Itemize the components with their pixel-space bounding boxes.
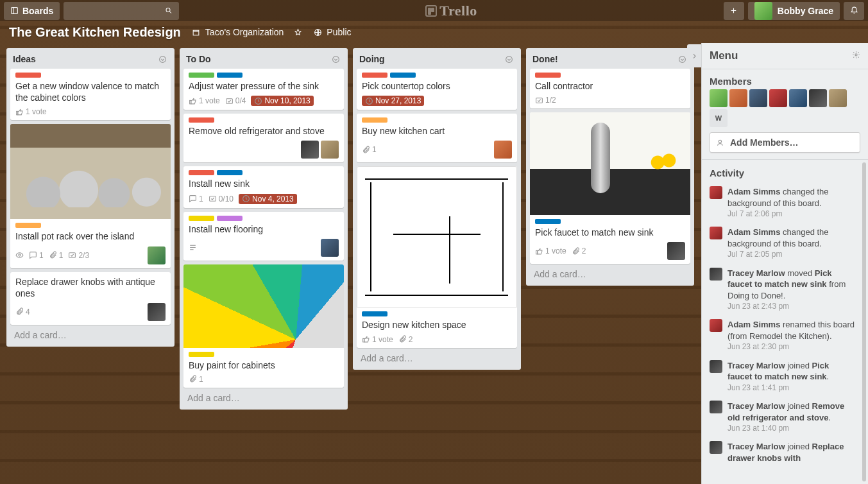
subscribed-badge bbox=[15, 251, 24, 259]
attachments-badge: 1 bbox=[189, 375, 203, 384]
avatar[interactable] bbox=[829, 89, 847, 107]
avatar[interactable] bbox=[789, 89, 807, 107]
thumb-icon bbox=[189, 97, 197, 105]
avatar[interactable] bbox=[809, 89, 827, 107]
avatar[interactable] bbox=[729, 89, 747, 107]
menu-title: Menu bbox=[710, 49, 852, 62]
board-star[interactable] bbox=[294, 28, 302, 37]
card-title: Install new sink bbox=[189, 178, 339, 189]
label-red[interactable] bbox=[535, 73, 561, 78]
avatar[interactable] bbox=[749, 89, 767, 107]
label-blue[interactable] bbox=[217, 170, 243, 175]
card[interactable]: Install new sink10/10Nov 4, 2013 bbox=[183, 166, 344, 207]
attach-icon bbox=[49, 251, 57, 259]
sidebar-toggle[interactable] bbox=[687, 44, 701, 67]
avatar[interactable] bbox=[148, 246, 166, 264]
avatar[interactable] bbox=[494, 141, 512, 159]
list-menu[interactable] bbox=[676, 53, 688, 65]
label-blue[interactable] bbox=[535, 219, 561, 224]
add-card[interactable]: Add a card… bbox=[10, 325, 171, 345]
list-name[interactable]: To Do bbox=[186, 54, 330, 64]
list-menu[interactable] bbox=[157, 53, 168, 65]
card[interactable]: Buy paint for cabinets1 bbox=[183, 264, 344, 388]
trello-logo[interactable]: Trello bbox=[183, 3, 720, 19]
list-menu[interactable] bbox=[330, 53, 341, 65]
activity-item[interactable]: Tracey Marlow joined Pick faucet to matc… bbox=[710, 356, 860, 397]
card[interactable]: Remove old refrigerator and stove bbox=[183, 114, 344, 162]
thumb-icon bbox=[362, 335, 370, 343]
add-card[interactable]: Add a card… bbox=[357, 348, 517, 368]
board-canvas[interactable]: Ideas Get a new window valence to match … bbox=[0, 43, 701, 484]
label-red[interactable] bbox=[189, 170, 214, 175]
add-button[interactable] bbox=[724, 2, 744, 20]
card-members bbox=[667, 242, 685, 260]
votes-badge: 1 vote bbox=[15, 107, 47, 116]
list: Ideas Get a new window valence to match … bbox=[6, 48, 174, 347]
activity-item[interactable]: Tracey Marlow joined Replace drawer knob… bbox=[710, 437, 860, 467]
chevron-down-icon bbox=[158, 55, 167, 64]
card[interactable]: Design new kitchen space1 vote2 bbox=[357, 166, 517, 347]
list-name[interactable]: Done! bbox=[532, 54, 676, 64]
label-red[interactable] bbox=[362, 73, 387, 78]
avatar bbox=[710, 319, 722, 332]
avatar[interactable] bbox=[148, 303, 166, 321]
checklist-badge: 2/3 bbox=[68, 251, 89, 260]
avatar[interactable] bbox=[301, 141, 319, 159]
list-name[interactable]: Ideas bbox=[13, 54, 157, 64]
avatar[interactable] bbox=[321, 239, 339, 257]
menu-settings[interactable] bbox=[852, 51, 860, 61]
avatar[interactable] bbox=[667, 242, 685, 260]
chevron-down-icon bbox=[505, 55, 513, 64]
avatar[interactable] bbox=[769, 89, 787, 107]
add-card[interactable]: Add a card… bbox=[183, 388, 344, 408]
add-card[interactable]: Add a card… bbox=[530, 264, 690, 284]
add-members-button[interactable]: Add Members… bbox=[710, 132, 860, 153]
label-yellow[interactable] bbox=[189, 216, 214, 221]
boards-button[interactable]: Boards bbox=[4, 2, 60, 20]
label-purple[interactable] bbox=[217, 216, 243, 221]
card[interactable]: Get a new window valence to match the ca… bbox=[10, 69, 171, 120]
search-input[interactable] bbox=[70, 6, 165, 15]
label-orange[interactable] bbox=[362, 117, 387, 123]
user-menu[interactable]: Bobby Grace bbox=[748, 2, 840, 20]
notifications-button[interactable] bbox=[844, 2, 864, 20]
avatar[interactable]: W bbox=[710, 109, 728, 127]
avatar[interactable] bbox=[321, 141, 339, 159]
search-box[interactable] bbox=[64, 2, 179, 20]
card-labels bbox=[362, 73, 512, 78]
card[interactable]: Install new flooring bbox=[183, 212, 344, 261]
label-green[interactable] bbox=[189, 73, 214, 78]
card[interactable]: Buy new kitchen cart1 bbox=[357, 114, 517, 162]
card[interactable]: Pick faucet to match new sink1 vote2 bbox=[530, 112, 690, 264]
label-blue[interactable] bbox=[362, 311, 387, 316]
card[interactable]: Adjust water pressure of the sink1 vote0… bbox=[183, 69, 344, 110]
board-visibility[interactable]: Public bbox=[312, 27, 351, 37]
attach-icon bbox=[362, 146, 370, 154]
globe-icon bbox=[312, 27, 323, 37]
label-red[interactable] bbox=[15, 73, 41, 78]
card[interactable]: Pick countertop colorsNov 27, 2013 bbox=[357, 69, 517, 110]
card[interactable]: Install pot rack over the island112/3 bbox=[10, 124, 171, 268]
list-name[interactable]: Doing bbox=[359, 54, 503, 64]
activity-item[interactable]: Tracey Marlow joined Remove old refriger… bbox=[710, 397, 860, 437]
list-menu[interactable] bbox=[503, 53, 515, 65]
avatar[interactable] bbox=[710, 89, 728, 107]
board-title[interactable]: The Great Kitchen Redesign bbox=[9, 25, 181, 40]
board-org[interactable]: Taco's Organization bbox=[191, 27, 284, 37]
label-blue[interactable] bbox=[217, 73, 243, 78]
activity-item[interactable]: Tracey Marlow moved Pick faucet to match… bbox=[710, 264, 860, 316]
label-yellow[interactable] bbox=[189, 352, 214, 357]
activity-item[interactable]: Adam Simms renamed this board (from Remo… bbox=[710, 315, 860, 356]
card-title: Buy paint for cabinets bbox=[189, 359, 339, 371]
label-red[interactable] bbox=[189, 117, 214, 123]
svg-rect-11 bbox=[17, 111, 18, 114]
label-orange[interactable] bbox=[15, 223, 41, 228]
label-blue[interactable] bbox=[390, 73, 416, 78]
card-title: Replace drawer knobs with antique ones bbox=[15, 276, 166, 299]
activity-item[interactable]: Adam Simms changed the background of thi… bbox=[710, 223, 860, 263]
card[interactable]: Call contractor1/2 bbox=[530, 69, 690, 108]
card[interactable]: Replace drawer knobs with antique ones4 bbox=[10, 272, 171, 325]
activity-item[interactable]: Adam Simms changed the background of thi… bbox=[710, 182, 860, 223]
card-cover bbox=[183, 264, 344, 348]
scrollbar[interactable] bbox=[862, 162, 866, 481]
